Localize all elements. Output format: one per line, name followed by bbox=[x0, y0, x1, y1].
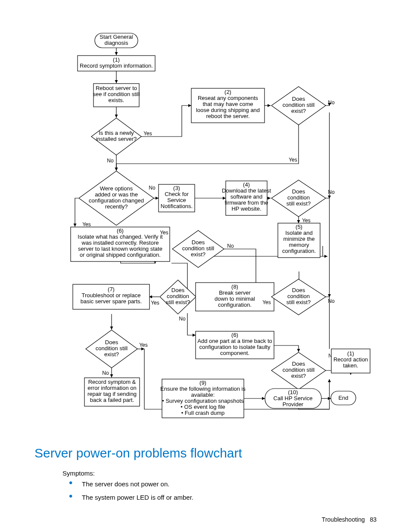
footer-page: 83 bbox=[370, 516, 377, 523]
label-no: No bbox=[107, 158, 114, 164]
label-yes: Yes bbox=[139, 342, 148, 348]
end-node: End bbox=[338, 395, 348, 401]
footer-section: Troubleshooting bbox=[322, 516, 365, 523]
label-yes: Yes bbox=[82, 221, 91, 227]
label-yes: Yes bbox=[160, 230, 168, 236]
section-heading: Server power-on problems flowchart bbox=[34, 446, 242, 460]
label-no: No bbox=[328, 298, 335, 304]
label-no: No bbox=[149, 185, 156, 191]
list-item: The server does not power on. bbox=[69, 480, 193, 488]
label-yes: Yes bbox=[302, 218, 311, 224]
decision-new-server: Is this a newlyinstalled server? bbox=[96, 130, 137, 142]
label-no: No bbox=[328, 100, 335, 106]
label-no: No bbox=[328, 189, 335, 195]
label-no: No bbox=[179, 316, 186, 322]
label-yes: Yes bbox=[262, 299, 271, 305]
label-yes: Yes bbox=[289, 157, 297, 163]
label-no: No bbox=[227, 243, 234, 249]
symptoms-list: The server does not power on. The system… bbox=[69, 480, 193, 507]
label-yes: Yes bbox=[143, 131, 152, 137]
label-yes: Yes bbox=[151, 300, 159, 306]
record-symptom-node: Record symptom &error information onrepa… bbox=[87, 379, 137, 403]
list-item: The system power LED is off or amber. bbox=[69, 494, 193, 501]
symptoms-label: Symptoms: bbox=[62, 470, 95, 477]
start-node: Start Generaldiagnosis bbox=[100, 34, 133, 46]
label-no: No bbox=[102, 370, 109, 376]
